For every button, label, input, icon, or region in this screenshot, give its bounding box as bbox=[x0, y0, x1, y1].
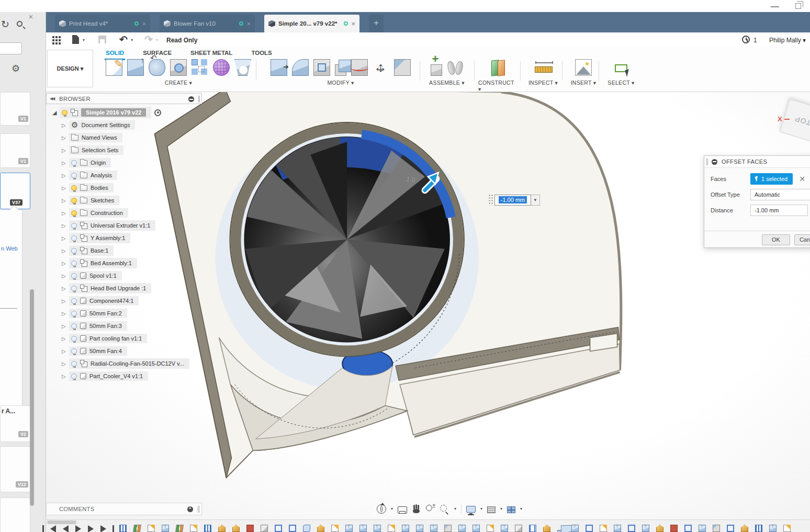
chevron-down-icon[interactable]: ▾ bbox=[391, 506, 393, 511]
visibility-bulb-icon[interactable] bbox=[71, 261, 77, 266]
move-copy-icon[interactable] bbox=[373, 59, 389, 76]
cancel-button[interactable]: Cancel bbox=[794, 234, 810, 245]
group-label[interactable]: INSPECT ▾ bbox=[528, 80, 558, 86]
expander-icon[interactable]: ▷ bbox=[62, 210, 69, 216]
timeline-scrollbar[interactable] bbox=[47, 520, 76, 524]
undo-icon[interactable]: ↶ bbox=[119, 33, 128, 46]
measure-icon[interactable] bbox=[535, 59, 552, 76]
viewports-icon[interactable] bbox=[507, 506, 515, 513]
fillet-icon[interactable] bbox=[292, 59, 309, 76]
visibility-bulb-icon[interactable] bbox=[71, 361, 77, 367]
expander-icon[interactable]: ▷ bbox=[62, 361, 69, 367]
go-to-end-icon[interactable] bbox=[100, 525, 106, 532]
split-body-icon[interactable] bbox=[351, 59, 368, 76]
close-tab-icon[interactable]: × bbox=[142, 20, 146, 28]
close-tab-icon[interactable]: × bbox=[351, 20, 355, 28]
sketch-icon[interactable] bbox=[388, 525, 395, 532]
orbit-icon[interactable] bbox=[377, 504, 386, 514]
hole-icon[interactable] bbox=[170, 59, 187, 76]
group-label[interactable]: INSERT ▾ bbox=[571, 80, 597, 86]
grid-display-icon[interactable] bbox=[487, 506, 496, 513]
tree-row[interactable]: ▷50mm Fan:4 bbox=[46, 345, 202, 357]
tree-row[interactable]: ▷Analysis bbox=[46, 169, 202, 182]
tree-row[interactable]: ▷Origin bbox=[46, 156, 202, 169]
tree-row[interactable]: ▷50mm Fan:2 bbox=[46, 307, 202, 320]
clear-selection-icon[interactable]: ✕ bbox=[799, 175, 805, 183]
play-icon[interactable] bbox=[75, 525, 81, 532]
new-component-icon[interactable] bbox=[431, 64, 442, 76]
expander-icon[interactable]: ▷ bbox=[62, 373, 69, 379]
dialog-grip[interactable] bbox=[706, 159, 708, 165]
tree-row[interactable]: ▷Bodies bbox=[46, 182, 202, 194]
box-icon[interactable] bbox=[670, 525, 678, 532]
visibility-bulb-icon[interactable] bbox=[71, 311, 77, 316]
extrude-icon[interactable] bbox=[416, 525, 423, 532]
search-icon[interactable] bbox=[17, 21, 22, 27]
frame-icon[interactable] bbox=[628, 525, 635, 532]
version-card[interactable]: V1 bbox=[0, 92, 30, 126]
visibility-bulb-icon[interactable] bbox=[71, 298, 77, 304]
sketch-icon[interactable] bbox=[487, 525, 494, 532]
visibility-bulb-icon[interactable] bbox=[71, 223, 77, 229]
drag-handle[interactable] bbox=[488, 194, 493, 206]
activate-component-radio[interactable] bbox=[154, 109, 161, 116]
dialog-minimize-icon[interactable] bbox=[712, 159, 717, 165]
expander-icon[interactable]: ▷ bbox=[62, 135, 69, 141]
extrude-icon[interactable] bbox=[430, 525, 437, 532]
body-icon[interactable] bbox=[515, 525, 522, 532]
expander-icon[interactable]: ▷ bbox=[62, 248, 69, 254]
expander-icon[interactable]: ▷ bbox=[62, 173, 69, 178]
tree-row[interactable]: ▷⚙Document Settings bbox=[46, 119, 202, 131]
look-at-icon[interactable] bbox=[398, 506, 407, 514]
faces-selection-chip[interactable]: 1 selected bbox=[750, 173, 793, 185]
chamfer-icon[interactable] bbox=[444, 525, 452, 532]
gear-icon[interactable]: ⚙ bbox=[12, 63, 20, 74]
version-card-selected[interactable]: V37 bbox=[0, 173, 30, 209]
visibility-bulb-icon[interactable] bbox=[71, 210, 77, 216]
expander-icon[interactable]: ▷ bbox=[62, 198, 69, 203]
version-card[interactable]: V12 bbox=[0, 446, 30, 492]
expander-icon[interactable]: ▷ bbox=[62, 148, 69, 153]
tree-row[interactable]: ▷Bed Assembly:1 bbox=[46, 257, 202, 269]
tree-row[interactable]: ▷Radial-Cooling-Fan-5015-DC12V v... bbox=[46, 357, 202, 370]
chevron-down-icon[interactable]: ▾ bbox=[83, 38, 85, 42]
fit-icon[interactable] bbox=[440, 504, 449, 514]
combine-icon[interactable] bbox=[557, 530, 565, 532]
collapse-panel-icon[interactable]: ◀◀ bbox=[50, 96, 54, 101]
extrude-icon[interactable] bbox=[374, 525, 381, 532]
form-icon[interactable] bbox=[218, 525, 226, 532]
tree-row[interactable]: ▷Y Assembly:1 bbox=[46, 232, 202, 244]
window-restore-icon[interactable] bbox=[795, 3, 801, 9]
form-icon[interactable] bbox=[543, 525, 550, 532]
tree-row[interactable]: ▷Part_Cooler_V4 v1:1 bbox=[46, 370, 202, 382]
dialog-header[interactable]: OFFSET FACES bbox=[704, 156, 810, 168]
visibility-bulb-icon[interactable] bbox=[71, 235, 77, 241]
chevron-down-icon[interactable]: ▾ bbox=[156, 38, 158, 42]
chevron-down-icon[interactable]: ▼ bbox=[531, 195, 540, 206]
frame-icon[interactable] bbox=[727, 525, 734, 532]
tree-row[interactable]: ▷Selection Sets bbox=[46, 144, 202, 156]
plane-icon[interactable] bbox=[133, 525, 141, 532]
rectangular-pattern-icon[interactable] bbox=[192, 59, 208, 76]
mirror-icon[interactable] bbox=[529, 525, 536, 532]
visibility-bulb-icon[interactable] bbox=[71, 286, 77, 291]
group-label[interactable]: CREATE ▾ bbox=[165, 80, 192, 86]
expander-icon[interactable]: ▷ bbox=[62, 122, 69, 128]
document-tab[interactable]: Blower Fan v10 × bbox=[160, 15, 255, 32]
select-icon[interactable] bbox=[615, 64, 627, 72]
visibility-bulb-icon[interactable] bbox=[71, 248, 77, 254]
group-label[interactable]: ASSEMBLE ▾ bbox=[429, 80, 465, 86]
sketch-icon[interactable] bbox=[600, 525, 607, 532]
expander-icon[interactable]: ◢ bbox=[52, 109, 60, 116]
chevron-down-icon[interactable]: ▾ bbox=[520, 506, 522, 511]
extrude-icon[interactable] bbox=[501, 525, 508, 532]
tree-row[interactable]: ▷Head Bed Upgrade :1 bbox=[46, 282, 202, 295]
sketch-icon[interactable] bbox=[331, 525, 339, 532]
distance-input[interactable]: -1.00 mm bbox=[750, 205, 808, 216]
expander-icon[interactable]: ▷ bbox=[62, 336, 69, 342]
add-comment-icon[interactable] bbox=[187, 506, 193, 512]
expander-icon[interactable]: ▷ bbox=[62, 286, 69, 291]
version-card[interactable]: r A... V2 bbox=[0, 405, 30, 442]
visibility-bulb-icon[interactable] bbox=[71, 198, 77, 203]
joint-icon[interactable] bbox=[447, 59, 464, 76]
